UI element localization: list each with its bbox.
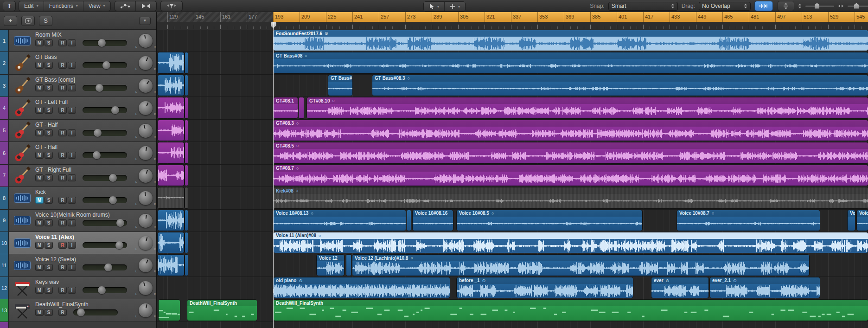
track-name[interactable]: GT - Left Full — [35, 99, 156, 105]
input-monitor-button[interactable]: I — [68, 242, 76, 249]
audio-region[interactable] — [158, 232, 184, 253]
track-lane[interactable]: GT#08.7○ — [157, 165, 868, 187]
vertical-zoom-arrows-icon[interactable] — [798, 3, 802, 9]
record-enable-button[interactable]: R — [58, 62, 67, 69]
volume-slider[interactable] — [73, 309, 118, 315]
track-name[interactable]: GT - Half — [35, 122, 156, 128]
pan-knob[interactable]: LR — [139, 34, 153, 48]
duplicate-track-button[interactable] — [21, 16, 35, 26]
audio-region[interactable] — [185, 210, 188, 231]
audio-region[interactable] — [185, 255, 188, 275]
bar-ruler[interactable]: 1291451611771932092252412572732893053213… — [157, 12, 868, 22]
volume-slider-thumb[interactable] — [98, 39, 106, 47]
track-name[interactable]: Voice 12 (Sveta) — [35, 257, 156, 263]
pan-knob[interactable]: LR — [139, 169, 153, 183]
automation-button[interactable] — [115, 1, 136, 11]
track-name[interactable]: GT - Right Full — [35, 167, 156, 173]
vertical-zoom-slider[interactable] — [805, 6, 834, 7]
audio-region[interactable]: ever_2.1⊙ — [710, 277, 820, 298]
playhead[interactable] — [273, 22, 274, 328]
track-header[interactable] — [0, 322, 156, 328]
catch-playhead-button[interactable] — [161, 1, 182, 11]
menu-edit[interactable]: Edit▾ — [19, 1, 44, 11]
audio-region[interactable]: Voice 12 (Lachinio)#10.8○ — [352, 255, 809, 275]
record-enable-button[interactable]: R — [58, 39, 67, 46]
audio-region[interactable] — [158, 97, 184, 118]
pan-knob[interactable]: LR — [139, 236, 153, 250]
audio-region[interactable] — [185, 52, 188, 73]
audio-region[interactable] — [185, 187, 188, 208]
audio-region[interactable] — [185, 120, 188, 141]
solo-button[interactable]: S — [45, 84, 53, 91]
track-lane[interactable]: Voice 12Voice 12 (Lachinio)#10.8○ — [157, 254, 868, 277]
solo-button[interactable]: S — [45, 309, 53, 316]
audio-region[interactable]: Voice 10#08.13○ — [274, 210, 406, 231]
mute-button[interactable]: M — [35, 174, 44, 181]
solo-button[interactable]: S — [45, 264, 53, 271]
track-name[interactable]: DeathWill_FinalSynth — [35, 302, 156, 308]
audio-region[interactable]: Voice 10#08.5○ — [457, 210, 642, 231]
hide-advanced-button[interactable]: ⬆ — [3, 1, 16, 11]
record-enable-button[interactable]: R — [58, 197, 67, 204]
record-enable-button[interactable]: R — [58, 152, 67, 159]
track-name[interactable]: Room MIX — [35, 32, 156, 38]
horizontal-zoom-thumb[interactable] — [854, 3, 859, 9]
mute-button[interactable]: M — [35, 264, 44, 271]
track-name[interactable]: Kick — [35, 189, 156, 195]
solo-button[interactable]: S — [45, 62, 53, 69]
midi-region[interactable] — [159, 300, 180, 320]
volume-slider[interactable] — [83, 287, 127, 293]
mute-button[interactable]: M — [35, 84, 44, 91]
volume-slider[interactable] — [83, 152, 127, 158]
audio-region[interactable] — [158, 255, 184, 275]
volume-slider-thumb[interactable] — [98, 286, 106, 294]
audio-region[interactable] — [346, 255, 351, 275]
audio-region[interactable]: GT Bass# — [328, 75, 352, 96]
horizontal-zoom-arrows-icon[interactable] — [838, 4, 844, 8]
audio-region[interactable] — [158, 165, 184, 186]
mute-button[interactable]: M — [35, 107, 44, 114]
track-header[interactable]: 12Keys wavMSRILR — [0, 277, 156, 299]
audio-region[interactable]: Voice 11 (Alan)#08○ — [274, 232, 868, 253]
ruler-tick-strip[interactable] — [157, 22, 868, 30]
midi-region[interactable]: DeathWill_FinalSynth — [187, 300, 257, 320]
volume-slider[interactable] — [83, 107, 127, 113]
volume-slider-thumb[interactable] — [94, 129, 102, 137]
audio-region[interactable] — [158, 210, 184, 231]
track-lane[interactable]: GT#08.3○ — [157, 120, 868, 142]
audio-region[interactable] — [158, 75, 184, 96]
track-lane[interactable]: Voice 10#08.13○Voice 10#08.16Voice 10#08… — [157, 210, 868, 232]
input-monitor-button[interactable]: I — [68, 174, 76, 181]
audio-region[interactable]: GT#08.1 — [274, 97, 298, 118]
audio-region[interactable]: GT#08.10○ — [307, 97, 868, 118]
mute-button[interactable]: M — [35, 197, 44, 204]
track-name[interactable]: Voice 11 (Alex) — [35, 234, 156, 240]
audio-region[interactable]: GT Bass#08○ — [274, 52, 868, 73]
record-enable-button[interactable]: R — [58, 242, 67, 249]
record-enable-button[interactable]: R — [58, 174, 67, 181]
volume-slider[interactable] — [83, 242, 127, 248]
audio-region[interactable] — [407, 210, 411, 231]
audio-region[interactable]: before _1⊙ — [457, 277, 633, 298]
audio-region[interactable] — [185, 165, 188, 186]
track-header[interactable]: 9Voice 10(Melnik Room drums)MSRILR — [0, 210, 156, 232]
flex-button[interactable] — [136, 1, 156, 11]
audio-region[interactable] — [158, 52, 184, 73]
record-enable-button[interactable]: R — [58, 219, 67, 226]
solo-button[interactable]: S — [45, 39, 53, 46]
volume-slider-thumb[interactable] — [96, 84, 103, 92]
volume-slider-thumb[interactable] — [77, 309, 85, 316]
pan-knob[interactable]: LR — [139, 124, 153, 138]
solo-button[interactable]: S — [45, 219, 53, 226]
input-monitor-button[interactable]: I — [68, 129, 76, 136]
track-header[interactable]: 5GT - HalfMSRILR — [0, 120, 156, 142]
volume-slider[interactable] — [83, 40, 127, 46]
solo-button[interactable]: S — [45, 152, 53, 159]
audio-region[interactable] — [185, 232, 188, 253]
volume-slider[interactable] — [83, 220, 127, 226]
audio-region[interactable] — [185, 142, 188, 163]
volume-slider[interactable] — [83, 130, 127, 136]
waveform-zoom-button[interactable] — [754, 1, 773, 11]
command-click-tool-menu[interactable]: ▾ — [445, 2, 465, 11]
audio-region[interactable]: Voice 12 — [317, 255, 344, 275]
